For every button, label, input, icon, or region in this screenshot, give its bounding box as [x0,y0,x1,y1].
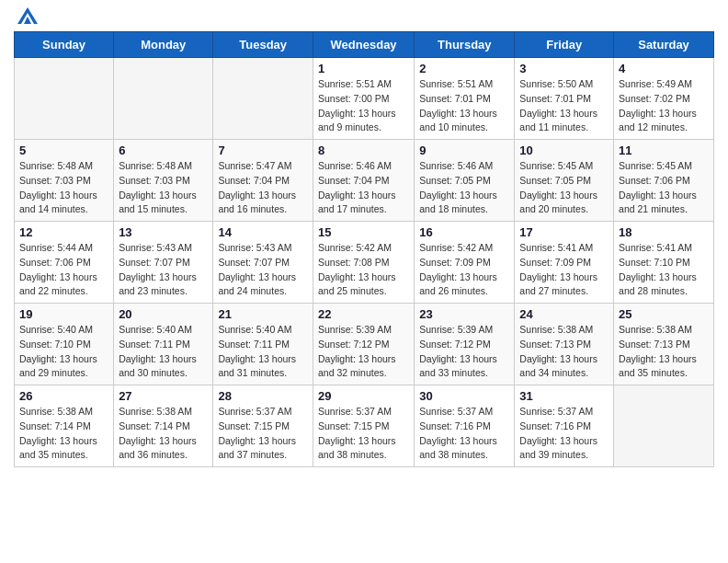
day-info: Sunrise: 5:43 AM Sunset: 7:07 PM Dayligh… [119,241,208,299]
calendar-cell: 31Sunrise: 5:37 AM Sunset: 7:16 PM Dayli… [515,385,614,467]
calendar-cell: 30Sunrise: 5:37 AM Sunset: 7:16 PM Dayli… [415,385,515,467]
weekday-header-saturday: Saturday [614,32,714,58]
day-number: 4 [619,62,709,75]
weekday-header-tuesday: Tuesday [213,32,313,58]
day-number: 3 [519,62,609,75]
day-info: Sunrise: 5:38 AM Sunset: 7:14 PM Dayligh… [19,405,108,463]
logo-icon [17,7,38,24]
day-info: Sunrise: 5:51 AM Sunset: 7:01 PM Dayligh… [419,77,509,135]
day-number: 8 [318,144,409,157]
day-info: Sunrise: 5:49 AM Sunset: 7:02 PM Dayligh… [619,77,709,135]
weekday-header-sunday: Sunday [15,32,114,58]
calendar-cell: 13Sunrise: 5:43 AM Sunset: 7:07 PM Dayli… [114,222,213,304]
day-info: Sunrise: 5:50 AM Sunset: 7:01 PM Dayligh… [519,77,609,135]
day-info: Sunrise: 5:37 AM Sunset: 7:16 PM Dayligh… [519,405,609,463]
header [14,9,714,24]
calendar-week-3: 12Sunrise: 5:44 AM Sunset: 7:06 PM Dayli… [15,222,714,304]
calendar-cell: 10Sunrise: 5:45 AM Sunset: 7:05 PM Dayli… [515,140,614,222]
calendar-cell: 29Sunrise: 5:37 AM Sunset: 7:15 PM Dayli… [313,385,414,467]
day-number: 29 [318,389,409,403]
calendar-cell: 9Sunrise: 5:46 AM Sunset: 7:05 PM Daylig… [415,140,515,222]
day-number: 21 [218,307,308,321]
calendar-cell: 11Sunrise: 5:45 AM Sunset: 7:06 PM Dayli… [614,140,714,222]
day-info: Sunrise: 5:46 AM Sunset: 7:05 PM Dayligh… [419,159,509,217]
calendar-week-5: 26Sunrise: 5:38 AM Sunset: 7:14 PM Dayli… [15,385,714,467]
day-info: Sunrise: 5:39 AM Sunset: 7:12 PM Dayligh… [419,323,509,381]
day-info: Sunrise: 5:46 AM Sunset: 7:04 PM Dayligh… [318,159,409,217]
day-info: Sunrise: 5:48 AM Sunset: 7:03 PM Dayligh… [19,159,108,217]
calendar-cell [213,58,313,140]
day-number: 19 [19,307,108,321]
day-number: 31 [519,389,609,403]
calendar-table: SundayMondayTuesdayWednesdayThursdayFrid… [14,31,714,467]
calendar-week-2: 5Sunrise: 5:48 AM Sunset: 7:03 PM Daylig… [15,140,714,222]
calendar-cell: 6Sunrise: 5:48 AM Sunset: 7:03 PM Daylig… [114,140,213,222]
day-number: 1 [318,62,409,75]
day-number: 14 [218,225,308,239]
calendar-cell: 22Sunrise: 5:39 AM Sunset: 7:12 PM Dayli… [313,304,414,385]
calendar-cell: 12Sunrise: 5:44 AM Sunset: 7:06 PM Dayli… [15,222,114,304]
calendar-cell: 25Sunrise: 5:38 AM Sunset: 7:13 PM Dayli… [614,304,714,385]
day-number: 7 [218,144,308,157]
day-number: 25 [619,307,709,321]
calendar-cell: 3Sunrise: 5:50 AM Sunset: 7:01 PM Daylig… [515,58,614,140]
day-number: 10 [519,144,609,157]
calendar-cell: 14Sunrise: 5:43 AM Sunset: 7:07 PM Dayli… [213,222,313,304]
day-info: Sunrise: 5:51 AM Sunset: 7:00 PM Dayligh… [318,77,409,135]
calendar-header-row: SundayMondayTuesdayWednesdayThursdayFrid… [15,32,714,58]
calendar-cell: 28Sunrise: 5:37 AM Sunset: 7:15 PM Dayli… [213,385,313,467]
calendar-cell: 26Sunrise: 5:38 AM Sunset: 7:14 PM Dayli… [15,385,114,467]
calendar-cell: 4Sunrise: 5:49 AM Sunset: 7:02 PM Daylig… [614,58,714,140]
calendar-week-1: 1Sunrise: 5:51 AM Sunset: 7:00 PM Daylig… [15,58,714,140]
day-info: Sunrise: 5:38 AM Sunset: 7:13 PM Dayligh… [619,323,709,381]
calendar-cell: 20Sunrise: 5:40 AM Sunset: 7:11 PM Dayli… [114,304,213,385]
calendar-cell [614,385,714,467]
calendar-cell: 23Sunrise: 5:39 AM Sunset: 7:12 PM Dayli… [415,304,515,385]
calendar-cell: 21Sunrise: 5:40 AM Sunset: 7:11 PM Dayli… [213,304,313,385]
day-number: 16 [419,225,509,239]
day-number: 5 [19,144,108,157]
calendar-cell: 24Sunrise: 5:38 AM Sunset: 7:13 PM Dayli… [515,304,614,385]
day-info: Sunrise: 5:44 AM Sunset: 7:06 PM Dayligh… [19,241,108,299]
calendar-week-4: 19Sunrise: 5:40 AM Sunset: 7:10 PM Dayli… [15,304,714,385]
day-number: 24 [519,307,609,321]
day-info: Sunrise: 5:42 AM Sunset: 7:08 PM Dayligh… [318,241,409,299]
day-info: Sunrise: 5:43 AM Sunset: 7:07 PM Dayligh… [218,241,308,299]
day-number: 6 [119,144,208,157]
day-number: 2 [419,62,509,75]
calendar-cell [114,58,213,140]
day-info: Sunrise: 5:42 AM Sunset: 7:09 PM Dayligh… [419,241,509,299]
calendar-cell: 8Sunrise: 5:46 AM Sunset: 7:04 PM Daylig… [313,140,414,222]
day-number: 17 [519,225,609,239]
calendar-cell: 27Sunrise: 5:38 AM Sunset: 7:14 PM Dayli… [114,385,213,467]
day-number: 20 [119,307,208,321]
day-info: Sunrise: 5:38 AM Sunset: 7:14 PM Dayligh… [119,405,208,463]
day-number: 28 [218,389,308,403]
day-number: 15 [318,225,409,239]
weekday-header-wednesday: Wednesday [313,32,414,58]
calendar-body: 1Sunrise: 5:51 AM Sunset: 7:00 PM Daylig… [15,58,714,467]
day-number: 22 [318,307,409,321]
calendar-cell: 17Sunrise: 5:41 AM Sunset: 7:09 PM Dayli… [515,222,614,304]
calendar-cell: 19Sunrise: 5:40 AM Sunset: 7:10 PM Dayli… [15,304,114,385]
day-info: Sunrise: 5:39 AM Sunset: 7:12 PM Dayligh… [318,323,409,381]
day-info: Sunrise: 5:41 AM Sunset: 7:10 PM Dayligh… [619,241,709,299]
day-info: Sunrise: 5:37 AM Sunset: 7:15 PM Dayligh… [318,405,409,463]
day-info: Sunrise: 5:37 AM Sunset: 7:16 PM Dayligh… [419,405,509,463]
day-number: 27 [119,389,208,403]
day-info: Sunrise: 5:48 AM Sunset: 7:03 PM Dayligh… [119,159,208,217]
day-info: Sunrise: 5:41 AM Sunset: 7:09 PM Dayligh… [519,241,609,299]
day-info: Sunrise: 5:40 AM Sunset: 7:11 PM Dayligh… [119,323,208,381]
weekday-header-monday: Monday [114,32,213,58]
day-number: 9 [419,144,509,157]
calendar-cell: 15Sunrise: 5:42 AM Sunset: 7:08 PM Dayli… [313,222,414,304]
day-number: 11 [619,144,709,157]
day-number: 26 [19,389,108,403]
day-info: Sunrise: 5:45 AM Sunset: 7:05 PM Dayligh… [519,159,609,217]
day-number: 23 [419,307,509,321]
calendar-cell: 5Sunrise: 5:48 AM Sunset: 7:03 PM Daylig… [15,140,114,222]
weekday-header-thursday: Thursday [415,32,515,58]
weekday-header-friday: Friday [515,32,614,58]
day-info: Sunrise: 5:37 AM Sunset: 7:15 PM Dayligh… [218,405,308,463]
calendar-cell: 1Sunrise: 5:51 AM Sunset: 7:00 PM Daylig… [313,58,414,140]
